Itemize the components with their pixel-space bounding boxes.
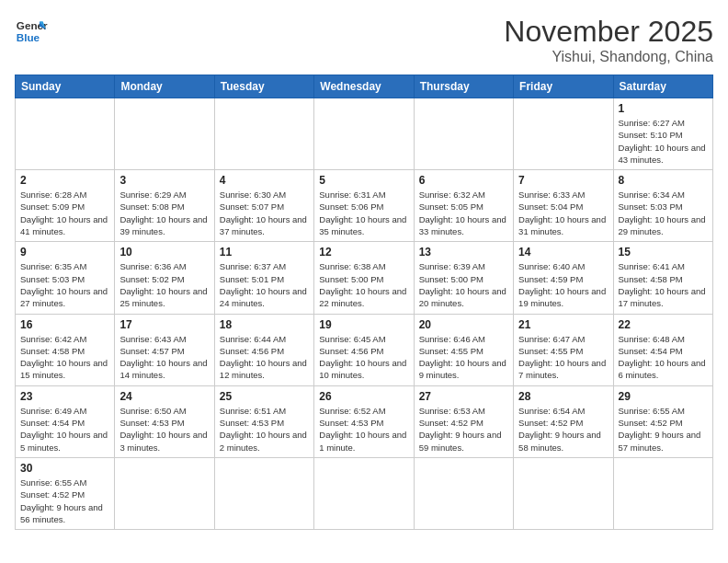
day-number: 14 [518,246,608,259]
calendar-cell: 11Sunrise: 6:37 AM Sunset: 5:01 PM Dayli… [214,242,313,314]
day-info: Sunrise: 6:40 AM Sunset: 4:59 PM Dayligh… [518,260,608,309]
calendar-cell: 21Sunrise: 6:47 AM Sunset: 4:55 PM Dayli… [514,314,613,385]
calendar-cell: 23Sunrise: 6:49 AM Sunset: 4:54 PM Dayli… [16,385,115,457]
day-info: Sunrise: 6:51 AM Sunset: 4:53 PM Dayligh… [220,405,309,454]
day-number: 22 [619,318,708,331]
day-info: Sunrise: 6:34 AM Sunset: 5:03 PM Dayligh… [619,189,708,237]
day-info: Sunrise: 6:44 AM Sunset: 4:56 PM Dayligh… [220,333,309,382]
calendar-cell: 15Sunrise: 6:41 AM Sunset: 4:58 PM Dayli… [613,242,712,314]
calendar-cell: 7Sunrise: 6:33 AM Sunset: 5:04 PM Daylig… [514,170,613,242]
day-number: 24 [119,390,209,403]
calendar-cell: 8Sunrise: 6:34 AM Sunset: 5:03 PM Daylig… [613,170,712,242]
day-number: 29 [619,390,708,403]
day-number: 1 [619,102,708,115]
day-number: 30 [20,462,109,475]
day-info: Sunrise: 6:28 AM Sunset: 5:09 PM Dayligh… [20,189,109,237]
calendar-cell: 12Sunrise: 6:38 AM Sunset: 5:00 PM Dayli… [314,242,414,314]
logo: General Blue [15,15,48,48]
day-info: Sunrise: 6:38 AM Sunset: 5:00 PM Dayligh… [319,260,408,309]
day-number: 2 [20,174,109,187]
day-number: 4 [220,174,309,187]
title-block: November 2025 Yishui, Shandong, China [504,15,713,65]
day-number: 17 [119,318,209,331]
calendar-week-row: 30Sunrise: 6:55 AM Sunset: 4:52 PM Dayli… [16,457,713,529]
day-info: Sunrise: 6:52 AM Sunset: 4:53 PM Dayligh… [319,405,408,454]
day-info: Sunrise: 6:31 AM Sunset: 5:06 PM Dayligh… [319,189,408,237]
calendar-cell: 20Sunrise: 6:46 AM Sunset: 4:55 PM Dayli… [414,314,513,385]
svg-text:Blue: Blue [17,31,40,43]
calendar-cell [414,98,513,170]
calendar-cell: 30Sunrise: 6:55 AM Sunset: 4:52 PM Dayli… [16,457,115,529]
calendar-cell: 6Sunrise: 6:32 AM Sunset: 5:05 PM Daylig… [414,170,513,242]
weekday-header-monday: Monday [115,75,214,98]
calendar-cell: 16Sunrise: 6:42 AM Sunset: 4:58 PM Dayli… [16,314,115,385]
day-info: Sunrise: 6:55 AM Sunset: 4:52 PM Dayligh… [619,405,708,454]
calendar-week-row: 1Sunrise: 6:27 AM Sunset: 5:10 PM Daylig… [16,98,713,170]
day-number: 16 [20,318,109,331]
day-info: Sunrise: 6:32 AM Sunset: 5:05 PM Dayligh… [419,189,508,237]
day-info: Sunrise: 6:33 AM Sunset: 5:04 PM Dayligh… [518,189,608,237]
calendar-cell: 14Sunrise: 6:40 AM Sunset: 4:59 PM Dayli… [514,242,613,314]
page: General Blue November 2025 Yishui, Shand… [0,0,728,563]
calendar-cell [214,457,313,529]
calendar-cell: 25Sunrise: 6:51 AM Sunset: 4:53 PM Dayli… [214,385,313,457]
calendar-cell: 4Sunrise: 6:30 AM Sunset: 5:07 PM Daylig… [214,170,313,242]
calendar-cell: 5Sunrise: 6:31 AM Sunset: 5:06 PM Daylig… [314,170,414,242]
calendar-cell: 17Sunrise: 6:43 AM Sunset: 4:57 PM Dayli… [115,314,214,385]
calendar-cell [613,457,712,529]
calendar-cell: 19Sunrise: 6:45 AM Sunset: 4:56 PM Dayli… [314,314,414,385]
calendar-cell: 9Sunrise: 6:35 AM Sunset: 5:03 PM Daylig… [16,242,115,314]
day-number: 10 [119,246,209,259]
weekday-header-tuesday: Tuesday [214,75,313,98]
day-info: Sunrise: 6:42 AM Sunset: 4:58 PM Dayligh… [20,333,109,382]
calendar-cell: 22Sunrise: 6:48 AM Sunset: 4:54 PM Dayli… [613,314,712,385]
day-info: Sunrise: 6:29 AM Sunset: 5:08 PM Dayligh… [119,189,209,237]
calendar-week-row: 16Sunrise: 6:42 AM Sunset: 4:58 PM Dayli… [16,314,713,385]
day-info: Sunrise: 6:54 AM Sunset: 4:52 PM Dayligh… [518,405,608,454]
day-info: Sunrise: 6:53 AM Sunset: 4:52 PM Dayligh… [419,405,508,454]
day-info: Sunrise: 6:47 AM Sunset: 4:55 PM Dayligh… [518,333,608,382]
calendar-cell: 18Sunrise: 6:44 AM Sunset: 4:56 PM Dayli… [214,314,313,385]
day-number: 12 [319,246,408,259]
calendar-cell: 10Sunrise: 6:36 AM Sunset: 5:02 PM Dayli… [115,242,214,314]
day-number: 20 [419,318,508,331]
day-number: 21 [518,318,608,331]
day-info: Sunrise: 6:37 AM Sunset: 5:01 PM Dayligh… [220,260,309,309]
day-number: 23 [20,390,109,403]
weekday-header-thursday: Thursday [414,75,513,98]
day-info: Sunrise: 6:49 AM Sunset: 4:54 PM Dayligh… [20,405,109,454]
day-info: Sunrise: 6:27 AM Sunset: 5:10 PM Dayligh… [619,117,708,166]
day-info: Sunrise: 6:55 AM Sunset: 4:52 PM Dayligh… [20,477,109,525]
header: General Blue November 2025 Yishui, Shand… [15,15,713,65]
day-number: 8 [619,174,708,187]
calendar-cell [115,98,214,170]
calendar-week-row: 9Sunrise: 6:35 AM Sunset: 5:03 PM Daylig… [16,242,713,314]
day-number: 18 [220,318,309,331]
calendar-cell [314,457,414,529]
calendar-cell: 3Sunrise: 6:29 AM Sunset: 5:08 PM Daylig… [115,170,214,242]
calendar-cell [514,457,613,529]
day-number: 19 [319,318,408,331]
day-info: Sunrise: 6:41 AM Sunset: 4:58 PM Dayligh… [619,260,708,309]
day-number: 27 [419,390,508,403]
day-info: Sunrise: 6:48 AM Sunset: 4:54 PM Dayligh… [619,333,708,382]
day-number: 25 [220,390,309,403]
weekday-header-sunday: Sunday [16,75,115,98]
day-info: Sunrise: 6:30 AM Sunset: 5:07 PM Dayligh… [220,189,309,237]
day-number: 11 [220,246,309,259]
calendar-week-row: 2Sunrise: 6:28 AM Sunset: 5:09 PM Daylig… [16,170,713,242]
calendar-cell [514,98,613,170]
calendar-cell [214,98,313,170]
weekday-header-friday: Friday [514,75,613,98]
day-info: Sunrise: 6:36 AM Sunset: 5:02 PM Dayligh… [119,260,209,309]
calendar-cell: 29Sunrise: 6:55 AM Sunset: 4:52 PM Dayli… [613,385,712,457]
day-number: 15 [619,246,708,259]
calendar-cell: 26Sunrise: 6:52 AM Sunset: 4:53 PM Dayli… [314,385,414,457]
calendar-week-row: 23Sunrise: 6:49 AM Sunset: 4:54 PM Dayli… [16,385,713,457]
day-info: Sunrise: 6:50 AM Sunset: 4:53 PM Dayligh… [119,405,209,454]
weekday-header-wednesday: Wednesday [314,75,414,98]
day-number: 26 [319,390,408,403]
calendar-cell [115,457,214,529]
day-number: 3 [119,174,209,187]
calendar-cell [314,98,414,170]
